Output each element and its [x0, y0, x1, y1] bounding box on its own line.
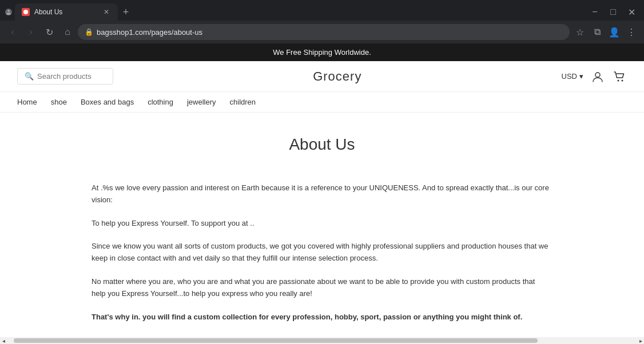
currency-dropdown-icon: ▾ — [579, 72, 583, 81]
site-logo: Grocery — [113, 69, 562, 84]
svg-point-4 — [618, 79, 619, 81]
tab-bar: About Us ✕ + − □ ✕ — [0, 0, 644, 21]
scrollbar-left-arrow[interactable]: ◂ — [0, 337, 7, 344]
about-paragraph-5: That's why in. you will find a custom co… — [92, 311, 549, 323]
announcement-text: We Free Shipping Worldwide. — [273, 48, 371, 57]
about-paragraph-3: Since we know you want all sorts of cust… — [92, 241, 549, 265]
back-button[interactable]: ‹ — [5, 24, 21, 40]
address-bar[interactable]: 🔒 bagsshop1.com/pages/about-us — [78, 24, 570, 40]
header-actions: USD ▾ — [562, 69, 627, 84]
cart-icon[interactable] — [612, 69, 627, 84]
svg-point-3 — [595, 73, 600, 77]
page-title: About Us — [92, 135, 552, 154]
nav-children[interactable]: children — [230, 98, 256, 106]
site-header: 🔍 Grocery USD ▾ — [0, 61, 644, 92]
menu-button[interactable]: ⋮ — [623, 24, 639, 40]
page-content: About Us At .%s we love every passion an… — [0, 113, 644, 344]
bookmark-button[interactable]: ☆ — [572, 24, 588, 40]
announcement-bar: We Free Shipping Worldwide. — [0, 43, 644, 61]
search-box[interactable]: 🔍 — [17, 68, 113, 85]
forward-button[interactable]: › — [23, 24, 39, 40]
tab-title: About Us — [34, 8, 97, 16]
tab-close-button[interactable]: ✕ — [102, 7, 111, 17]
scrollbar-thumb[interactable] — [14, 338, 538, 343]
about-paragraph-2: To help you Express Yourself. To support… — [92, 218, 549, 230]
scrollbar-track[interactable] — [14, 338, 630, 343]
nav-shoe[interactable]: shoe — [51, 98, 67, 106]
nav-home[interactable]: Home — [17, 98, 37, 106]
restore-button[interactable]: □ — [605, 4, 621, 20]
about-paragraph-1: At .%s we love every passion and interes… — [92, 182, 549, 206]
currency-text: USD — [562, 72, 577, 81]
url-text: bagsshop1.com/pages/about-us — [97, 28, 563, 37]
search-input[interactable] — [37, 72, 106, 81]
home-button[interactable]: ⌂ — [59, 24, 75, 40]
scrollbar-right-arrow[interactable]: ▸ — [637, 337, 644, 344]
profile-icon[interactable] — [5, 8, 13, 16]
svg-point-1 — [7, 10, 10, 12]
profile-button[interactable]: 👤 — [606, 24, 622, 40]
tab-favicon — [22, 8, 30, 16]
about-text: At .%s we love every passion and interes… — [92, 182, 549, 344]
tab-bar-left — [5, 8, 13, 16]
nav-jewellery[interactable]: jewellery — [187, 98, 216, 106]
close-button[interactable]: ✕ — [623, 4, 639, 20]
extensions-button[interactable]: ⧉ — [589, 24, 605, 40]
svg-point-5 — [622, 79, 623, 81]
account-icon[interactable] — [590, 69, 605, 84]
address-bar-actions: ☆ ⧉ 👤 ⋮ — [572, 24, 639, 40]
active-tab[interactable]: About Us ✕ — [15, 3, 118, 21]
minimize-button[interactable]: − — [587, 4, 603, 20]
reload-button[interactable]: ↻ — [41, 24, 57, 40]
window-controls: − □ ✕ — [587, 4, 639, 20]
nav-clothing[interactable]: clothing — [148, 98, 173, 106]
site-nav: Home shoe Boxes and bags clothing jewell… — [0, 92, 644, 113]
lock-icon: 🔒 — [85, 28, 93, 36]
about-paragraph-4: No matter where you are, who you are and… — [92, 276, 549, 300]
browser-chrome: About Us ✕ + − □ ✕ ‹ › ↻ ⌂ 🔒 bagsshop1.c… — [0, 0, 644, 43]
svg-point-2 — [6, 13, 11, 15]
nav-boxes-and-bags[interactable]: Boxes and bags — [81, 98, 134, 106]
address-bar-row: ‹ › ↻ ⌂ 🔒 bagsshop1.com/pages/about-us ☆… — [0, 21, 644, 43]
new-tab-button[interactable]: + — [118, 4, 134, 20]
scrollbar[interactable]: ◂ ▸ — [0, 337, 644, 344]
currency-selector[interactable]: USD ▾ — [562, 72, 583, 81]
search-icon: 🔍 — [25, 72, 34, 81]
